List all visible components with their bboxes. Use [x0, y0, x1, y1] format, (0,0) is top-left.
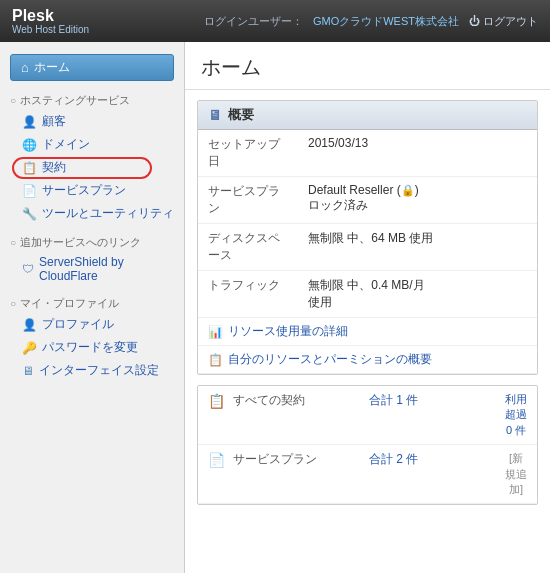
sidebar-item-tools[interactable]: 🔧 ツールとユーティリティ: [0, 202, 184, 225]
all-subscriptions-extra: 利用超過0 件: [505, 392, 527, 438]
chart-icon: 📊: [208, 325, 223, 339]
sidebar-section-profile-title: ○ マイ・プロファイル: [0, 292, 184, 313]
all-subscriptions-label: すべての契約: [233, 392, 361, 409]
home-icon: ⌂: [21, 60, 29, 75]
header-right: ログインユーザー： GMOクラウドWEST株式会社 ⏻ ログアウト: [204, 14, 538, 29]
customers-icon: 👤: [22, 115, 37, 129]
sidebar-section-profile: ○ マイ・プロファイル 👤 プロファイル 🔑 パスワードを変更 🖥 インターフェ…: [0, 292, 184, 382]
sidebar-item-password[interactable]: 🔑 パスワードを変更: [0, 336, 184, 359]
subscriptions-summary-section: 📋 すべての契約 合計 1 件 利用超過0 件 📄 サービスプラン 合計 2 件…: [197, 385, 538, 505]
setup-value: 2015/03/13: [298, 130, 537, 177]
sidebar-item-domains[interactable]: 🌐 ドメイン: [0, 133, 184, 156]
resource-detail-link[interactable]: リソース使用量の詳細: [228, 323, 348, 340]
interface-icon: 🖥: [22, 364, 34, 378]
logo-area: Plesk Web Host Edition: [12, 8, 89, 35]
home-label: ホーム: [34, 59, 70, 76]
login-user: GMOクラウドWEST株式会社: [313, 14, 459, 29]
overview-table: セットアップ日 2015/03/13 サービスプラン Default Resel…: [198, 130, 537, 318]
profile-section-icon: ○: [10, 298, 16, 309]
sidebar-item-customers[interactable]: 👤 顧客: [0, 110, 184, 133]
logout-label: ログアウト: [483, 14, 538, 29]
sidebar-item-profile[interactable]: 👤 プロファイル: [0, 313, 184, 336]
lock-icon: 🔒: [401, 184, 415, 196]
sidebar-section-addons-title: ○ 追加サービスへのリンク: [0, 231, 184, 252]
overview-section: 🖥 概要 セットアップ日 2015/03/13 サービスプラン Default …: [197, 100, 538, 375]
all-subscriptions-link[interactable]: 合計 1 件: [369, 392, 497, 409]
subscriptions-summary-icon: 📋: [208, 393, 225, 409]
content-header: ホーム: [185, 42, 550, 90]
disk-label: ディスクスペース: [198, 224, 298, 271]
overview-section-header: 🖥 概要: [198, 101, 537, 130]
page-title: ホーム: [201, 56, 261, 78]
service-plans-row: 📄 サービスプラン 合計 2 件 [新規追加]: [198, 445, 537, 504]
main-layout: ⌂ ホーム ○ ホスティングサービス 👤 顧客 🌐 ドメイン 📋 契約: [0, 42, 550, 573]
resource-overview-link[interactable]: 自分のリソースとパーミションの概要: [228, 351, 432, 368]
domains-icon: 🌐: [22, 138, 37, 152]
traffic-label: トラフィック: [198, 271, 298, 318]
plan-value: Default Reseller (🔒) ロック済み: [298, 177, 537, 224]
login-label: ログインユーザー：: [204, 14, 303, 29]
table-row: トラフィック 無制限 中、0.4 MB/月使用: [198, 271, 537, 318]
service-plans-icon: 📄: [22, 184, 37, 198]
content-area: ホーム 🖥 概要 セットアップ日 2015/03/13 サービスプラン Defa…: [185, 42, 550, 573]
sidebar-item-subscriptions[interactable]: 📋 契約: [0, 156, 184, 179]
sidebar-section-hosting-title: ○ ホスティングサービス: [0, 89, 184, 110]
all-subscriptions-row: 📋 すべての契約 合計 1 件 利用超過0 件: [198, 386, 537, 445]
monitor-icon: 🖥: [208, 107, 222, 123]
password-icon: 🔑: [22, 341, 37, 355]
disk-value: 無制限 中、64 MB 使用: [298, 224, 537, 271]
service-plans-summary-label: サービスプラン: [233, 451, 361, 468]
sidebar: ⌂ ホーム ○ ホスティングサービス 👤 顧客 🌐 ドメイン 📋 契約: [0, 42, 185, 573]
section-circle-icon: ○: [10, 95, 16, 106]
logout-button[interactable]: ⏻ ログアウト: [469, 14, 538, 29]
service-plans-summary-link[interactable]: 合計 2 件: [369, 451, 497, 468]
table-row: セットアップ日 2015/03/13: [198, 130, 537, 177]
logo-plesk: Plesk: [12, 8, 89, 24]
sidebar-section-addons: ○ 追加サービスへのリンク 🛡 ServerShield by CloudFla…: [0, 231, 184, 286]
table-row: ディスクスペース 無制限 中、64 MB 使用: [198, 224, 537, 271]
plan-locked-text: ロック済み: [308, 198, 368, 212]
service-plans-summary-icon: 📄: [208, 452, 225, 468]
subscriptions-icon: 📋: [22, 161, 37, 175]
sidebar-item-service-plans[interactable]: 📄 サービスプラン: [0, 179, 184, 202]
setup-label: セットアップ日: [198, 130, 298, 177]
service-plans-extra: [新規追加]: [505, 451, 527, 497]
traffic-value: 無制限 中、0.4 MB/月使用: [298, 271, 537, 318]
logout-icon: ⏻: [469, 15, 480, 27]
home-button[interactable]: ⌂ ホーム: [10, 54, 174, 81]
resource-overview-link-row: 📋 自分のリソースとパーミションの概要: [198, 346, 537, 374]
sidebar-item-interface[interactable]: 🖥 インターフェイス設定: [0, 359, 184, 382]
sidebar-item-cloudflare[interactable]: 🛡 ServerShield by CloudFlare: [0, 252, 184, 286]
addons-section-icon: ○: [10, 237, 16, 248]
profile-icon: 👤: [22, 318, 37, 332]
tools-icon: 🔧: [22, 207, 37, 221]
cloudflare-icon: 🛡: [22, 262, 34, 276]
sidebar-section-hosting: ○ ホスティングサービス 👤 顧客 🌐 ドメイン 📋 契約 📄 サービスプラン: [0, 89, 184, 225]
table-row: サービスプラン Default Reseller (🔒) ロック済み: [198, 177, 537, 224]
logo-subtitle: Web Host Edition: [12, 24, 89, 35]
plan-label: サービスプラン: [198, 177, 298, 224]
overview-title: 概要: [228, 106, 254, 124]
list-icon: 📋: [208, 353, 223, 367]
resource-detail-link-row: 📊 リソース使用量の詳細: [198, 318, 537, 346]
header: Plesk Web Host Edition ログインユーザー： GMOクラウド…: [0, 0, 550, 42]
